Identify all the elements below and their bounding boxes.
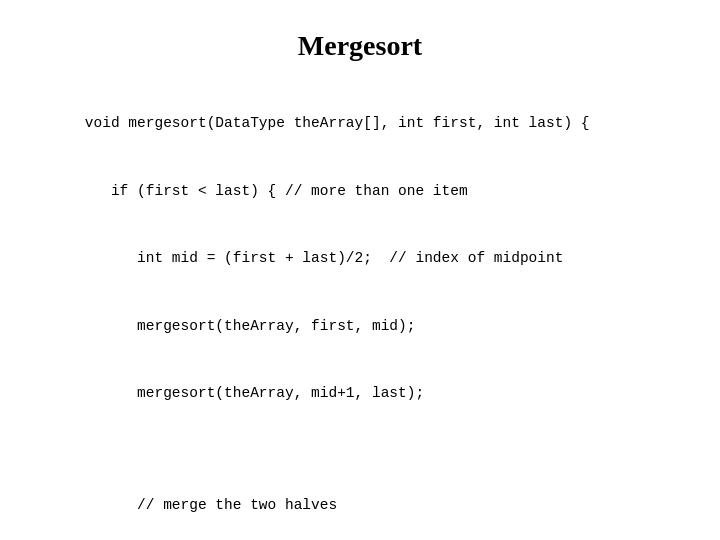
- code-line-2: if (first < last) { // more than one ite…: [85, 183, 468, 199]
- page-title: Mergesort: [298, 30, 422, 62]
- code-line-4: mergesort(theArray, first, mid);: [85, 318, 416, 334]
- code-line-1: void mergesort(DataType theArray[], int …: [85, 115, 590, 131]
- code-line-3: int mid = (first + last)/2; // index of …: [85, 250, 564, 266]
- code-block: void mergesort(DataType theArray[], int …: [50, 90, 590, 540]
- code-line-7: // merge the two halves: [85, 497, 337, 513]
- code-line-5: mergesort(theArray, mid+1, last);: [85, 385, 424, 401]
- page-container: Mergesort void mergesort(DataType theArr…: [0, 0, 720, 540]
